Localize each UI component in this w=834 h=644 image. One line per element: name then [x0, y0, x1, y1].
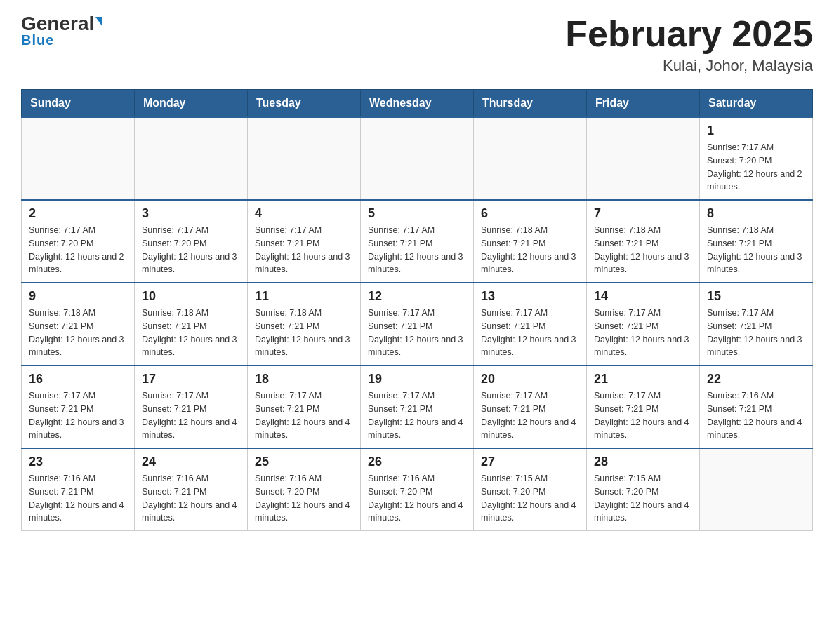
sunrise-text: Sunrise: 7:17 AM: [707, 142, 774, 152]
header-wednesday: Wednesday: [361, 90, 474, 118]
logo: General Blue: [21, 14, 102, 48]
day-info: Sunrise: 7:18 AMSunset: 7:21 PMDaylight:…: [142, 307, 240, 359]
daylight-text: Daylight: 12 hours and 3 minutes.: [29, 417, 124, 441]
table-row: 20Sunrise: 7:17 AMSunset: 7:21 PMDayligh…: [474, 365, 587, 448]
daylight-text: Daylight: 12 hours and 4 minutes.: [368, 500, 463, 523]
sunrise-text: Sunrise: 7:17 AM: [481, 391, 548, 401]
table-row: [700, 448, 813, 531]
day-number: 14: [594, 289, 692, 304]
table-row: 14Sunrise: 7:17 AMSunset: 7:21 PMDayligh…: [587, 283, 700, 365]
calendar-table: Sunday Monday Tuesday Wednesday Thursday…: [21, 89, 813, 531]
day-info: Sunrise: 7:17 AMSunset: 7:20 PMDaylight:…: [707, 141, 805, 194]
day-number: 24: [142, 455, 240, 469]
day-number: 28: [594, 455, 692, 469]
sunset-text: Sunset: 7:20 PM: [255, 487, 319, 497]
sunrise-text: Sunrise: 7:16 AM: [707, 391, 774, 401]
sunrise-text: Sunrise: 7:18 AM: [255, 308, 322, 318]
table-row: [135, 117, 248, 200]
day-info: Sunrise: 7:17 AMSunset: 7:21 PMDaylight:…: [594, 307, 692, 359]
daylight-text: Daylight: 12 hours and 4 minutes.: [481, 500, 576, 523]
week-row-2: 2Sunrise: 7:17 AMSunset: 7:20 PMDaylight…: [22, 200, 813, 283]
daylight-text: Daylight: 12 hours and 3 minutes.: [29, 335, 124, 358]
sunset-text: Sunset: 7:21 PM: [368, 404, 432, 414]
day-number: 26: [368, 455, 466, 469]
title-area: February 2025 Kulai, Johor, Malaysia: [565, 14, 813, 75]
table-row: 10Sunrise: 7:18 AMSunset: 7:21 PMDayligh…: [135, 283, 248, 365]
week-row-1: 1Sunrise: 7:17 AMSunset: 7:20 PMDaylight…: [22, 117, 813, 200]
table-row: 18Sunrise: 7:17 AMSunset: 7:21 PMDayligh…: [248, 365, 361, 448]
daylight-text: Daylight: 12 hours and 4 minutes.: [594, 417, 689, 441]
sunrise-text: Sunrise: 7:17 AM: [707, 308, 774, 318]
day-info: Sunrise: 7:16 AMSunset: 7:20 PMDaylight:…: [368, 472, 466, 525]
day-number: 6: [481, 206, 579, 221]
sunset-text: Sunset: 7:21 PM: [707, 404, 772, 414]
day-info: Sunrise: 7:17 AMSunset: 7:21 PMDaylight:…: [368, 389, 466, 442]
day-info: Sunrise: 7:17 AMSunset: 7:21 PMDaylight:…: [142, 389, 240, 442]
sunset-text: Sunset: 7:21 PM: [142, 404, 206, 414]
sunset-text: Sunset: 7:21 PM: [707, 239, 772, 248]
week-row-4: 16Sunrise: 7:17 AMSunset: 7:21 PMDayligh…: [22, 365, 813, 448]
daylight-text: Daylight: 12 hours and 3 minutes.: [255, 252, 350, 275]
sunset-text: Sunset: 7:21 PM: [142, 321, 206, 331]
daylight-text: Daylight: 12 hours and 4 minutes.: [255, 417, 350, 441]
header-thursday: Thursday: [474, 90, 587, 118]
table-row: 22Sunrise: 7:16 AMSunset: 7:21 PMDayligh…: [700, 365, 813, 448]
table-row: 15Sunrise: 7:17 AMSunset: 7:21 PMDayligh…: [700, 283, 813, 365]
day-info: Sunrise: 7:16 AMSunset: 7:21 PMDaylight:…: [29, 472, 127, 525]
table-row: 11Sunrise: 7:18 AMSunset: 7:21 PMDayligh…: [248, 283, 361, 365]
day-info: Sunrise: 7:17 AMSunset: 7:21 PMDaylight:…: [481, 307, 579, 359]
sunrise-text: Sunrise: 7:15 AM: [594, 474, 661, 483]
table-row: 5Sunrise: 7:17 AMSunset: 7:21 PMDaylight…: [361, 200, 474, 283]
day-number: 12: [368, 289, 466, 304]
daylight-text: Daylight: 12 hours and 2 minutes.: [29, 252, 124, 275]
table-row: 27Sunrise: 7:15 AMSunset: 7:20 PMDayligh…: [474, 448, 587, 531]
day-info: Sunrise: 7:17 AMSunset: 7:21 PMDaylight:…: [255, 389, 353, 442]
daylight-text: Daylight: 12 hours and 3 minutes.: [707, 252, 802, 275]
day-info: Sunrise: 7:15 AMSunset: 7:20 PMDaylight:…: [481, 472, 579, 525]
sunrise-text: Sunrise: 7:17 AM: [29, 391, 95, 401]
day-info: Sunrise: 7:18 AMSunset: 7:21 PMDaylight:…: [255, 307, 353, 359]
daylight-text: Daylight: 12 hours and 3 minutes.: [707, 335, 802, 358]
header-tuesday: Tuesday: [248, 90, 361, 118]
table-row: 26Sunrise: 7:16 AMSunset: 7:20 PMDayligh…: [361, 448, 474, 531]
table-row: 24Sunrise: 7:16 AMSunset: 7:21 PMDayligh…: [135, 448, 248, 531]
day-info: Sunrise: 7:18 AMSunset: 7:21 PMDaylight:…: [594, 224, 692, 276]
table-row: 7Sunrise: 7:18 AMSunset: 7:21 PMDaylight…: [587, 200, 700, 283]
day-info: Sunrise: 7:17 AMSunset: 7:21 PMDaylight:…: [707, 307, 805, 359]
daylight-text: Daylight: 12 hours and 3 minutes.: [142, 252, 237, 275]
daylight-text: Daylight: 12 hours and 3 minutes.: [481, 252, 576, 275]
sunset-text: Sunset: 7:21 PM: [29, 321, 93, 331]
sunrise-text: Sunrise: 7:17 AM: [29, 225, 95, 235]
logo-arrow-icon: [95, 17, 102, 27]
weekday-header-row: Sunday Monday Tuesday Wednesday Thursday…: [22, 90, 813, 118]
table-row: 1Sunrise: 7:17 AMSunset: 7:20 PMDaylight…: [700, 117, 813, 200]
sunset-text: Sunset: 7:21 PM: [594, 404, 658, 414]
daylight-text: Daylight: 12 hours and 3 minutes.: [481, 335, 576, 358]
sunset-text: Sunset: 7:21 PM: [255, 239, 319, 248]
table-row: 13Sunrise: 7:17 AMSunset: 7:21 PMDayligh…: [474, 283, 587, 365]
day-info: Sunrise: 7:17 AMSunset: 7:21 PMDaylight:…: [368, 307, 466, 359]
daylight-text: Daylight: 12 hours and 4 minutes.: [29, 500, 124, 523]
sunset-text: Sunset: 7:21 PM: [594, 321, 658, 331]
table-row: 19Sunrise: 7:17 AMSunset: 7:21 PMDayligh…: [361, 365, 474, 448]
table-row: [22, 117, 135, 200]
day-number: 18: [255, 372, 353, 387]
day-number: 4: [255, 206, 353, 221]
day-number: 15: [707, 289, 805, 304]
table-row: 4Sunrise: 7:17 AMSunset: 7:21 PMDaylight…: [248, 200, 361, 283]
day-info: Sunrise: 7:17 AMSunset: 7:20 PMDaylight:…: [142, 224, 240, 276]
day-info: Sunrise: 7:17 AMSunset: 7:21 PMDaylight:…: [29, 389, 127, 442]
header-monday: Monday: [135, 90, 248, 118]
day-number: 11: [255, 289, 353, 304]
sunrise-text: Sunrise: 7:17 AM: [368, 391, 435, 401]
sunrise-text: Sunrise: 7:17 AM: [368, 225, 435, 235]
sunrise-text: Sunrise: 7:17 AM: [255, 225, 322, 235]
day-number: 8: [707, 206, 805, 221]
sunset-text: Sunset: 7:21 PM: [481, 239, 545, 248]
daylight-text: Daylight: 12 hours and 4 minutes.: [594, 500, 689, 523]
logo-text: General: [21, 14, 102, 34]
sunset-text: Sunset: 7:20 PM: [481, 487, 545, 497]
table-row: 23Sunrise: 7:16 AMSunset: 7:21 PMDayligh…: [22, 448, 135, 531]
sunset-text: Sunset: 7:20 PM: [594, 487, 658, 497]
day-info: Sunrise: 7:17 AMSunset: 7:21 PMDaylight:…: [368, 224, 466, 276]
